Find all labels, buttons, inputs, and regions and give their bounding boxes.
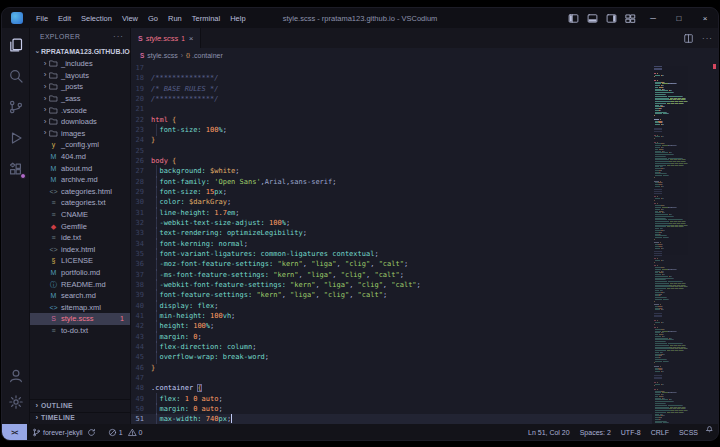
editor-more-actions-icon[interactable]: ··· (701, 32, 714, 45)
extensions-icon[interactable] (8, 161, 24, 177)
line-number: 29 (131, 188, 151, 196)
file-index.html[interactable]: <>index.html (30, 244, 130, 256)
layout-bottom-icon[interactable] (587, 13, 598, 24)
remote-indicator-button[interactable]: >< (2, 424, 27, 440)
status-eol-sequence[interactable]: CRLF (646, 424, 674, 440)
file-Gemfile[interactable]: ◆Gemfile (30, 220, 130, 232)
files-icon[interactable] (8, 37, 24, 53)
status-encoding[interactable]: UTF-8 (616, 424, 646, 440)
line-number: 35 (131, 250, 151, 258)
maximize-button[interactable]: □ (666, 8, 692, 28)
file-archive.md[interactable]: Marchive.md (30, 174, 130, 186)
code-line-29: 29 font-size: 15px; (131, 187, 652, 197)
gem-file-icon: ◆ (49, 222, 58, 231)
problems-button[interactable]: 1 0 (103, 424, 148, 440)
workspace-root-row[interactable]: › RPRATAMA123.GITHUB.IO (30, 45, 130, 58)
tab-bar: S style.scss 1 × ··· (131, 28, 718, 48)
close-button[interactable]: × (692, 8, 718, 28)
settings-gear-icon[interactable] (8, 394, 24, 410)
yml-file-icon: y (49, 140, 58, 149)
symbol-class-icon: {} (186, 52, 190, 58)
run-debug-icon[interactable] (8, 130, 24, 146)
panel-outline[interactable]: ›OUTLINE (30, 400, 130, 412)
code-line-32: 32 -webkit-text-size-adjust: 100%; (131, 218, 652, 228)
code-line-24: 24} (131, 135, 652, 145)
editor-group: S style.scss 1 × ··· S style.scss › {} .… (131, 28, 718, 424)
code-editor[interactable]: 1718/**************/19/* BASE RULES */20… (131, 62, 718, 424)
layout-left-icon[interactable] (568, 13, 579, 24)
file-404.md[interactable]: M404.md (30, 151, 130, 163)
search-icon[interactable] (8, 68, 24, 84)
breadcrumb-symbol[interactable]: .container (192, 52, 223, 59)
file-search.md[interactable]: Msearch.md (30, 290, 130, 302)
file-categories.html[interactable]: <>categories.html (30, 186, 130, 198)
folder-images[interactable]: ›images (30, 128, 130, 140)
line-number: 19 (131, 85, 151, 93)
minimap[interactable] (654, 64, 709, 424)
line-number: 25 (131, 147, 151, 155)
menu-help[interactable]: Help (225, 8, 250, 28)
menu-run[interactable]: Run (163, 8, 187, 28)
minimize-button[interactable]: ─ (640, 8, 666, 28)
explorer-more-actions-icon[interactable]: ··· (113, 32, 124, 41)
code-lines: 1718/**************/19/* BASE RULES */20… (131, 63, 652, 424)
folder-_layouts[interactable]: ›_layouts (30, 70, 130, 82)
file-categories.txt[interactable]: ≡categories.txt (30, 197, 130, 209)
code-line-45: 45 overflow-wrap: break-word; (131, 352, 652, 362)
folder-icon (49, 71, 58, 80)
file-README.md[interactable]: ⓘREADME.md (30, 278, 130, 290)
menu-edit[interactable]: Edit (53, 8, 76, 28)
error-marker (713, 64, 716, 69)
breadcrumb: S style.scss › {} .container (131, 48, 718, 62)
code-line-27: 27 background: $white; (131, 166, 652, 176)
file-_config.yml[interactable]: y_config.yml (30, 139, 130, 151)
code-line-41: 41 min-height: 100vh; (131, 311, 652, 321)
file-to-do.txt[interactable]: ≡to-do.txt (30, 325, 130, 337)
menu-view[interactable]: View (117, 8, 143, 28)
folder-icon (49, 129, 58, 138)
folder-_posts[interactable]: ›_posts (30, 81, 130, 93)
file-portfolio.md[interactable]: Mportfolio.md (30, 267, 130, 279)
close-tab-icon[interactable]: × (189, 34, 194, 43)
file-style.scss[interactable]: Sstyle.scss1 (30, 313, 130, 325)
file-ide.txt[interactable]: ≡ide.txt (30, 232, 130, 244)
chevron-right-icon: › (41, 118, 49, 126)
menu-file[interactable]: File (31, 8, 53, 28)
folder-_includes[interactable]: ›_includes (30, 58, 130, 70)
layout-grid-icon[interactable] (625, 13, 636, 24)
git-branch-button[interactable]: forever-jekyll (27, 424, 103, 440)
folder-.vscode[interactable]: ›.vscode (30, 104, 130, 116)
overview-ruler[interactable] (710, 62, 718, 424)
file-about.md[interactable]: Mabout.md (30, 162, 130, 174)
line-number: 51 (131, 415, 151, 423)
breadcrumb-file[interactable]: style.scss (147, 52, 177, 59)
warning-count: 0 (139, 429, 143, 436)
folder-_sass[interactable]: ›_sass (30, 93, 130, 105)
file-sitemap.xml[interactable]: <>sitemap.xml (30, 301, 130, 313)
status-indentation[interactable]: Spaces: 2 (575, 424, 616, 440)
line-number: 42 (131, 322, 151, 330)
folder-downloads[interactable]: ›downloads (30, 116, 130, 128)
code-line-28: 28 font-family: 'Open Sans',Arial,sans-s… (131, 177, 652, 187)
line-number: 22 (131, 116, 151, 124)
md-file-icon: M (49, 152, 58, 161)
status-cursor-position[interactable]: Ln 51, Col 20 (523, 424, 575, 440)
file-LICENSE[interactable]: §LICENSE (30, 255, 130, 267)
tab-style-scss[interactable]: S style.scss 1 × (131, 28, 201, 48)
line-number: 40 (131, 302, 151, 310)
menu-go[interactable]: Go (143, 8, 163, 28)
layout-right-icon[interactable] (606, 13, 617, 24)
status-language-mode[interactable]: SCSS (674, 424, 703, 440)
code-line-21: 21 (131, 104, 652, 114)
menu-terminal[interactable]: Terminal (187, 8, 225, 28)
file-CNAME[interactable]: ≡CNAME (30, 209, 130, 221)
line-number: 21 (131, 105, 151, 113)
accounts-icon[interactable] (8, 368, 24, 384)
html-file-icon: <> (49, 187, 58, 196)
menu-selection[interactable]: Selection (76, 8, 117, 28)
code-line-50: 50 margin: 0 auto; (131, 404, 652, 414)
source-control-icon[interactable] (8, 99, 24, 115)
notifications-bell-icon[interactable] (705, 424, 715, 434)
split-editor-icon[interactable] (682, 32, 695, 45)
panel-timeline[interactable]: ›TIMELINE (30, 412, 130, 424)
